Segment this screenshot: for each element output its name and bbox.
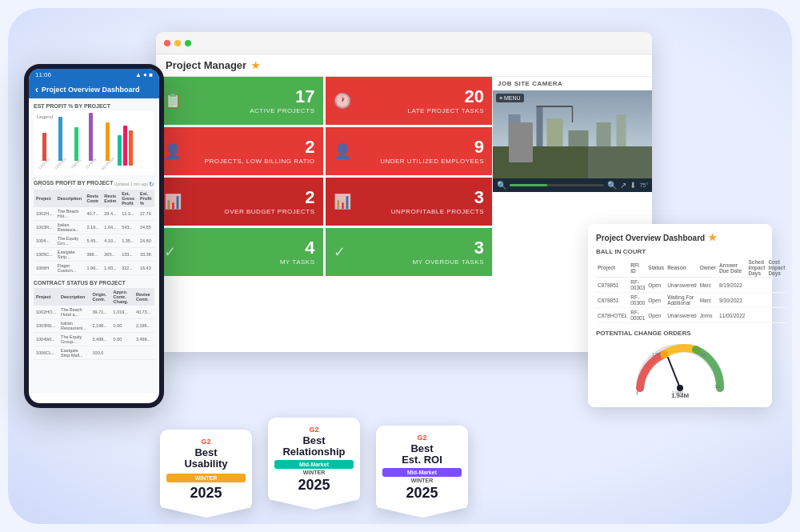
badge1-year: 2025 <box>166 485 246 502</box>
browser-dot-green[interactable] <box>185 40 191 46</box>
table-row: 1002HO...The Beach Hotel a... 39,71...1,… <box>34 306 154 319</box>
phone-app-header: ‹ Project Overview Dashboard <box>29 81 159 98</box>
tile-number-active: 17 <box>295 88 314 106</box>
badge1-g2-logo: G2 <box>166 438 246 446</box>
camera-progress-fill <box>510 184 547 186</box>
tile-number-overdue: 3 <box>474 239 484 257</box>
col-project: Project <box>34 190 55 207</box>
col-revis-contr: Revis Contr <box>85 190 102 207</box>
svg-text:$: $ <box>636 390 638 395</box>
low-billing-icon: 👤 <box>164 142 182 160</box>
unprofitable-icon: 📊 <box>334 193 351 210</box>
gauge-svg: $ 1.94M 1.5M 5M 3M <box>632 340 728 396</box>
table-row: C878851 RF-00300 Open Waiting For Additi… <box>596 293 786 308</box>
table-row: 1005C...Eastgate Strip... 399...265... 1… <box>34 248 154 262</box>
bar-group-6 <box>118 135 122 166</box>
badge2-band-label: Mid-Market <box>274 460 354 469</box>
camera-temperature: 75° <box>639 182 648 188</box>
bar-label-4: 1TXR209 <box>85 158 97 170</box>
svg-rect-8 <box>617 114 626 146</box>
active-projects-icon: 📋 <box>164 92 182 110</box>
chart-bar-1 <box>42 133 46 161</box>
tile-unprofitable[interactable]: 📊 3 UNPROFITABLE PROJECTS <box>326 178 493 226</box>
ball-in-court-title: BALL IN COURT <box>596 248 764 255</box>
contract-table: Project Description Origin. Contr. Appro… <box>34 288 154 360</box>
tile-overdue-tasks[interactable]: ✓ 3 MY OVERDUE TASKS <box>326 228 493 276</box>
col-revis-estim: Revis Estim <box>102 190 119 207</box>
tile-label-unprofitable: UNPROFITABLE PROJECTS <box>391 208 484 215</box>
tile-label-billing: PROJECTS, LOW BILLING RATIO <box>205 158 315 165</box>
bar-group-3: TMMS01 <box>70 127 82 166</box>
over-budget-icon: 📊 <box>164 193 182 210</box>
refresh-icon[interactable]: ↻ <box>149 181 154 188</box>
tile-active-projects[interactable]: 📋 17 ACTIVE PROJECTS <box>156 77 323 125</box>
browser-dot-red[interactable] <box>164 40 170 46</box>
badge3-band-label: Mid-Market <box>382 468 462 477</box>
svg-text:5M: 5M <box>700 352 706 357</box>
tile-my-tasks[interactable]: ✓ 4 MY TASKS <box>156 228 323 276</box>
phone-signal-icons: ▲ ● ■ <box>135 71 153 78</box>
browser-window: Project Manager ★ 📋 17 ACTIVE PROJECTS 🕐… <box>156 32 652 352</box>
bar-group-4: 1TXR209 <box>84 113 98 166</box>
tile-number-tasks: 4 <box>305 239 314 257</box>
bar-group-7 <box>123 126 127 166</box>
chart-bar-6 <box>118 135 122 166</box>
tile-late-tasks[interactable]: 🕐 20 LATE PROJECT TASKS <box>326 77 493 125</box>
star-icon[interactable]: ★ <box>251 60 260 71</box>
chart-bar-5 <box>106 122 110 161</box>
potential-change-orders-title: POTENTIAL CHANGE ORDERS <box>596 330 764 337</box>
browser-page-header: Project Manager ★ <box>156 54 652 77</box>
zoom-out-icon[interactable]: 🔍 <box>497 181 506 190</box>
updated-time: Updated 1 min ago <box>114 182 148 186</box>
badge3-g2-logo: G2 <box>382 434 462 442</box>
card-star-icon[interactable]: ★ <box>708 232 717 243</box>
overdue-tasks-icon: ✓ <box>334 243 346 261</box>
profit-chart-area: Legend 1235C001 1235C003 TMMS01 1TXR2 <box>34 111 154 175</box>
tile-number-billing: 2 <box>305 138 314 156</box>
bar-group-5: 2017PR001 <box>99 122 116 166</box>
tile-number-budget: 2 <box>305 189 314 206</box>
share-icon[interactable]: ↗ <box>620 181 626 190</box>
camera-label: JOB SITE CAMERA <box>493 77 652 90</box>
gauge-chart: $ 1.94M 1.5M 5M 3M 1.94M <box>596 340 764 399</box>
card-title: Project Overview Dashboard <box>596 234 705 242</box>
table-row: 1006HFlager Custom... 1.96...1.63... 322… <box>34 262 154 275</box>
badge-best-usability: G2 Best Usability WINTER 2025 <box>160 430 252 508</box>
gross-profit-table: Project Description Revis Contr Revis Es… <box>34 190 154 275</box>
download-icon[interactable]: ⬇ <box>630 181 636 190</box>
contract-title: CONTRACT STATUS BY PROJECT <box>34 280 154 286</box>
tile-under-utilized[interactable]: 👤 9 UNDER UTILIZED EMPLOYEES <box>326 127 493 175</box>
svg-rect-3 <box>525 126 533 146</box>
badge3-year: 2025 <box>382 485 462 502</box>
tile-over-budget[interactable]: 📊 2 OVER BUDGET PROJECTS <box>156 178 323 226</box>
zoom-in-icon[interactable]: 🔍 <box>607 181 617 190</box>
table-row: 1006CL...Eastgate Strip Mall... 100.0 <box>34 346 154 360</box>
svg-rect-5 <box>547 118 563 146</box>
gross-profit-title: GROSS PROFIT BY PROJECT <box>34 180 113 186</box>
tile-number-late: 20 <box>465 88 484 106</box>
tile-number-unprofitable: 3 <box>474 189 484 206</box>
table-row: 1002H...The Beach Hot... 40.7...29.4... … <box>34 207 154 221</box>
svg-rect-2 <box>509 114 521 146</box>
phone-header-title: Project Overview Dashboard <box>42 86 140 94</box>
badge2-sub: Relationship <box>274 446 354 458</box>
bar-label-2: 1235C003 <box>54 157 67 170</box>
browser-toolbar <box>156 32 652 54</box>
badge2-main: Best <box>274 435 354 446</box>
tile-low-billing[interactable]: 👤 2 PROJECTS, LOW BILLING RATIO <box>156 127 323 175</box>
svg-rect-7 <box>597 122 611 146</box>
col-desc: Description <box>55 190 85 207</box>
table-row: C878HOTEL RF-00001 Open Unanswered Jorns… <box>596 308 786 323</box>
bar-group-1: 1235C001 <box>37 133 51 166</box>
phone-back-button[interactable]: ‹ <box>35 84 38 95</box>
page-title: Project Manager <box>166 59 246 71</box>
bar-group-2: 1235C003 <box>53 117 67 166</box>
browser-dot-yellow[interactable] <box>174 40 181 46</box>
camera-progress-bar <box>510 184 604 186</box>
browser-main-area: Project Manager ★ 📋 17 ACTIVE PROJECTS 🕐… <box>156 54 652 276</box>
chart-bar-3 <box>74 127 78 161</box>
camera-menu-button[interactable]: ≡ MENU <box>496 94 524 102</box>
badge1-sub: Usability <box>166 458 246 470</box>
under-utilized-icon: 👤 <box>334 142 351 160</box>
phone-status-bar: 11:06 ▲ ● ■ <box>29 69 159 81</box>
